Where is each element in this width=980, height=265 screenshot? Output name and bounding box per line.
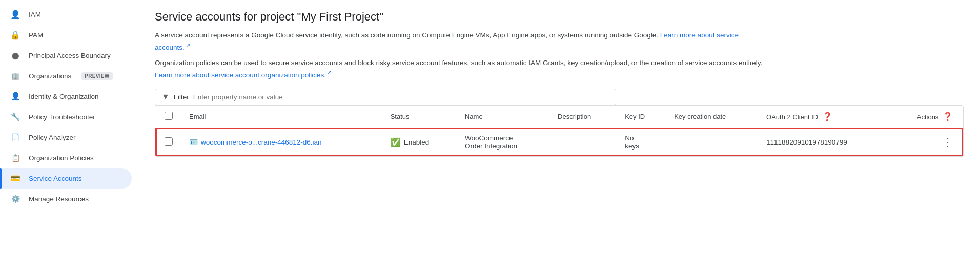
service-accounts-table: Email Status Name ↑ Description bbox=[155, 106, 963, 156]
policy-troubleshooter-icon: 🔧 bbox=[10, 112, 21, 122]
col-key-id: Key ID bbox=[617, 106, 666, 128]
status-check-icon: ✅ bbox=[391, 137, 401, 147]
identity-org-icon: 👤 bbox=[10, 91, 21, 101]
sidebar-item-identity-organization[interactable]: 👤 Identity & Organization bbox=[0, 86, 132, 107]
sidebar-item-iam-label: IAM bbox=[29, 11, 41, 18]
sidebar-item-principal-access-boundary[interactable]: ⬤ Principal Access Boundary bbox=[0, 45, 132, 66]
row-more-actions-button[interactable]: ⋮ bbox=[938, 135, 957, 149]
row-name-cell: WooCommerce Order Integration bbox=[457, 128, 549, 156]
sidebar-item-service-accounts-label: Service Accounts bbox=[29, 175, 82, 182]
external-link-icon-2: ↗ bbox=[327, 69, 332, 75]
row-checkbox[interactable] bbox=[165, 137, 173, 146]
actions-help-icon[interactable]: ❓ bbox=[943, 112, 953, 121]
row-oauth2-cell: 111188209101978190799 bbox=[758, 128, 889, 156]
sidebar-item-org-policies-label: Organization Policies bbox=[29, 154, 94, 162]
sidebar-item-troubleshooter-label: Policy Troubleshooter bbox=[29, 113, 95, 121]
col-description: Description bbox=[549, 106, 617, 128]
iam-icon: 👤 bbox=[10, 9, 21, 19]
status-enabled: ✅ Enabled bbox=[391, 137, 448, 147]
row-description-cell bbox=[549, 128, 617, 156]
col-checkbox bbox=[156, 106, 181, 128]
col-status: Status bbox=[382, 106, 457, 128]
manage-resources-icon: ⚙️ bbox=[10, 194, 21, 204]
table-row: 🪪 woocommerce-o...crane-446812-d6.ian ✅ … bbox=[156, 128, 963, 156]
sidebar-item-manage-resources[interactable]: ⚙️ Manage Resources bbox=[0, 189, 132, 209]
table-header-row: Email Status Name ↑ Description bbox=[156, 106, 963, 128]
sidebar-item-manage-resources-label: Manage Resources bbox=[29, 195, 89, 203]
description-1: A service account represents a Google Cl… bbox=[155, 30, 770, 53]
row-status-cell: ✅ Enabled bbox=[382, 128, 457, 156]
service-accounts-icon: 💳 bbox=[10, 173, 21, 184]
col-name[interactable]: Name ↑ bbox=[457, 106, 549, 128]
pam-icon: 🔒 bbox=[10, 30, 21, 40]
sidebar-item-analyzer-label: Policy Analyzer bbox=[29, 134, 76, 141]
col-email: Email bbox=[181, 106, 382, 128]
page-title: Service accounts for project "My First P… bbox=[155, 10, 964, 24]
organization-policies-icon: 📋 bbox=[10, 153, 21, 163]
sidebar-item-pam[interactable]: 🔒 PAM bbox=[0, 25, 132, 45]
col-actions: Actions ❓ bbox=[889, 106, 963, 128]
sidebar-item-iam[interactable]: 👤 IAM bbox=[0, 4, 132, 25]
sidebar-item-identity-label: Identity & Organization bbox=[29, 93, 99, 100]
sidebar-item-policy-analyzer[interactable]: 📄 Policy Analyzer bbox=[0, 127, 132, 148]
email-link[interactable]: 🪪 woocommerce-o...crane-446812-d6.ian bbox=[189, 138, 374, 146]
main-content: Service accounts for project "My First P… bbox=[138, 0, 980, 265]
organizations-icon: 🏢 bbox=[10, 71, 21, 81]
row-actions-cell: ⋮ bbox=[889, 128, 963, 156]
col-key-creation-date: Key creation date bbox=[666, 106, 758, 128]
principal-access-boundary-icon: ⬤ bbox=[10, 50, 21, 60]
sidebar-item-service-accounts[interactable]: 💳 Service Accounts bbox=[0, 168, 132, 189]
policy-analyzer-icon: 📄 bbox=[10, 132, 21, 142]
filter-icon: ▼ bbox=[161, 92, 170, 101]
email-account-icon: 🪪 bbox=[189, 138, 198, 146]
filter-input[interactable] bbox=[193, 93, 609, 101]
sidebar-item-organizations[interactable]: 🏢 Organizations PREVIEW bbox=[0, 66, 132, 86]
sidebar-item-policy-troubleshooter[interactable]: 🔧 Policy Troubleshooter bbox=[0, 107, 132, 127]
sort-asc-icon: ↑ bbox=[486, 113, 489, 120]
row-key-creation-date-cell bbox=[666, 128, 758, 156]
row-email-cell: 🪪 woocommerce-o...crane-446812-d6.ian bbox=[181, 128, 382, 156]
table-container: Email Status Name ↑ Description bbox=[155, 105, 964, 157]
filter-table-wrapper: ▼ Filter Email Status bbox=[155, 89, 964, 157]
sidebar-item-organizations-label: Organizations bbox=[29, 72, 71, 80]
row-key-id-cell: No keys bbox=[617, 128, 666, 156]
external-link-icon-1: ↗ bbox=[186, 42, 190, 48]
filter-bar: ▼ Filter bbox=[155, 89, 616, 105]
email-text: woocommerce-o...crane-446812-d6.ian bbox=[201, 138, 322, 146]
select-all-checkbox[interactable] bbox=[165, 112, 173, 120]
sidebar: 👤 IAM 🔒 PAM ⬤ Principal Access Boundary … bbox=[0, 0, 138, 265]
oauth2-help-icon[interactable]: ❓ bbox=[822, 112, 832, 121]
sidebar-item-organization-policies[interactable]: 📋 Organization Policies bbox=[0, 148, 132, 168]
row-checkbox-cell bbox=[156, 128, 181, 156]
col-oauth2: OAuth 2 Client ID ❓ bbox=[758, 106, 889, 128]
preview-badge: PREVIEW bbox=[81, 72, 112, 80]
filter-label: Filter bbox=[174, 93, 189, 101]
description-2: Organization policies can be used to sec… bbox=[155, 57, 770, 81]
learn-more-org-policies-link[interactable]: Learn more about service account organiz… bbox=[155, 71, 332, 79]
sidebar-item-pab-label: Principal Access Boundary bbox=[29, 52, 111, 59]
status-label: Enabled bbox=[404, 138, 430, 146]
sidebar-item-pam-label: PAM bbox=[29, 31, 43, 39]
